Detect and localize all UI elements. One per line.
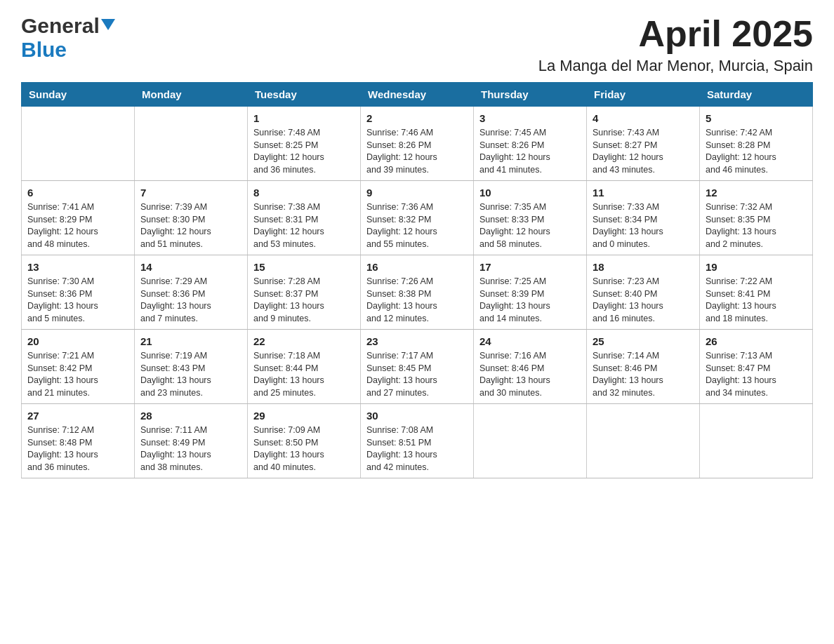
day-number: 28 — [140, 408, 241, 423]
table-row: 11Sunrise: 7:33 AMSunset: 8:34 PMDayligh… — [587, 181, 700, 255]
day-info: Sunrise: 7:22 AMSunset: 8:41 PMDaylight:… — [706, 276, 807, 325]
day-number: 25 — [593, 334, 694, 349]
day-info: Sunrise: 7:23 AMSunset: 8:40 PMDaylight:… — [593, 276, 694, 325]
table-row: 28Sunrise: 7:11 AMSunset: 8:49 PMDayligh… — [135, 404, 248, 478]
table-row: 25Sunrise: 7:14 AMSunset: 8:46 PMDayligh… — [587, 330, 700, 404]
table-row: 15Sunrise: 7:28 AMSunset: 8:37 PMDayligh… — [248, 255, 361, 330]
day-number: 20 — [27, 334, 128, 349]
title-block: April 2025 La Manga del Mar Menor, Murci… — [538, 14, 813, 75]
day-info: Sunrise: 7:29 AMSunset: 8:36 PMDaylight:… — [140, 276, 241, 325]
table-row: 12Sunrise: 7:32 AMSunset: 8:35 PMDayligh… — [700, 181, 813, 255]
day-info: Sunrise: 7:35 AMSunset: 8:33 PMDaylight:… — [479, 201, 581, 250]
calendar-header-row: Sunday Monday Tuesday Wednesday Thursday… — [22, 83, 813, 107]
day-info: Sunrise: 7:41 AMSunset: 8:29 PMDaylight:… — [27, 201, 128, 250]
header-saturday: Saturday — [700, 83, 813, 107]
day-number: 12 — [706, 185, 807, 200]
day-info: Sunrise: 7:46 AMSunset: 8:26 PMDaylight:… — [366, 127, 468, 176]
table-row: 17Sunrise: 7:25 AMSunset: 8:39 PMDayligh… — [474, 255, 587, 330]
table-row: 6Sunrise: 7:41 AMSunset: 8:29 PMDaylight… — [22, 181, 135, 255]
day-number: 10 — [479, 185, 581, 200]
day-info: Sunrise: 7:14 AMSunset: 8:46 PMDaylight:… — [593, 350, 694, 399]
day-number: 21 — [140, 334, 241, 349]
day-number: 1 — [253, 111, 355, 126]
day-info: Sunrise: 7:18 AMSunset: 8:44 PMDaylight:… — [253, 350, 355, 399]
table-row — [700, 404, 813, 478]
day-number: 11 — [593, 185, 694, 200]
day-info: Sunrise: 7:28 AMSunset: 8:37 PMDaylight:… — [253, 276, 355, 325]
day-info: Sunrise: 7:39 AMSunset: 8:30 PMDaylight:… — [140, 201, 241, 250]
table-row: 14Sunrise: 7:29 AMSunset: 8:36 PMDayligh… — [135, 255, 248, 330]
table-row: 26Sunrise: 7:13 AMSunset: 8:47 PMDayligh… — [700, 330, 813, 404]
day-number: 5 — [706, 111, 807, 126]
table-row: 27Sunrise: 7:12 AMSunset: 8:48 PMDayligh… — [22, 404, 135, 478]
day-info: Sunrise: 7:12 AMSunset: 8:48 PMDaylight:… — [27, 424, 128, 474]
page-subtitle: La Manga del Mar Menor, Murcia, Spain — [538, 57, 813, 75]
day-info: Sunrise: 7:13 AMSunset: 8:47 PMDaylight:… — [706, 350, 807, 399]
header-friday: Friday — [587, 83, 700, 107]
table-row: 24Sunrise: 7:16 AMSunset: 8:46 PMDayligh… — [474, 330, 587, 404]
day-number: 19 — [706, 260, 807, 274]
day-info: Sunrise: 7:32 AMSunset: 8:35 PMDaylight:… — [706, 201, 807, 250]
table-row: 21Sunrise: 7:19 AMSunset: 8:43 PMDayligh… — [135, 330, 248, 404]
header-sunday: Sunday — [22, 83, 135, 107]
table-row: 29Sunrise: 7:09 AMSunset: 8:50 PMDayligh… — [248, 404, 361, 478]
svg-marker-0 — [101, 19, 115, 30]
day-number: 17 — [479, 260, 581, 274]
table-row — [474, 404, 587, 478]
table-row: 13Sunrise: 7:30 AMSunset: 8:36 PMDayligh… — [22, 255, 135, 330]
day-number: 22 — [253, 334, 355, 349]
table-row: 9Sunrise: 7:36 AMSunset: 8:32 PMDaylight… — [361, 181, 474, 255]
day-number: 14 — [140, 260, 241, 274]
day-info: Sunrise: 7:43 AMSunset: 8:27 PMDaylight:… — [593, 127, 694, 176]
day-number: 2 — [366, 111, 468, 126]
table-row: 3Sunrise: 7:45 AMSunset: 8:26 PMDaylight… — [474, 107, 587, 181]
table-row: 1Sunrise: 7:48 AMSunset: 8:25 PMDaylight… — [248, 107, 361, 181]
day-number: 15 — [253, 260, 355, 274]
day-info: Sunrise: 7:48 AMSunset: 8:25 PMDaylight:… — [253, 127, 355, 176]
table-row: 10Sunrise: 7:35 AMSunset: 8:33 PMDayligh… — [474, 181, 587, 255]
header-tuesday: Tuesday — [248, 83, 361, 107]
day-number: 29 — [253, 408, 355, 423]
day-info: Sunrise: 7:30 AMSunset: 8:36 PMDaylight:… — [27, 276, 128, 325]
day-info: Sunrise: 7:11 AMSunset: 8:49 PMDaylight:… — [140, 424, 241, 474]
day-info: Sunrise: 7:17 AMSunset: 8:45 PMDaylight:… — [366, 350, 468, 399]
calendar-row: 13Sunrise: 7:30 AMSunset: 8:36 PMDayligh… — [22, 255, 813, 330]
calendar-table: Sunday Monday Tuesday Wednesday Thursday… — [21, 82, 813, 478]
day-number: 9 — [366, 185, 468, 200]
day-info: Sunrise: 7:42 AMSunset: 8:28 PMDaylight:… — [706, 127, 807, 176]
table-row: 2Sunrise: 7:46 AMSunset: 8:26 PMDaylight… — [361, 107, 474, 181]
day-info: Sunrise: 7:38 AMSunset: 8:31 PMDaylight:… — [253, 201, 355, 250]
table-row: 20Sunrise: 7:21 AMSunset: 8:42 PMDayligh… — [22, 330, 135, 404]
table-row: 4Sunrise: 7:43 AMSunset: 8:27 PMDaylight… — [587, 107, 700, 181]
page-title: April 2025 — [538, 14, 813, 54]
table-row: 19Sunrise: 7:22 AMSunset: 8:41 PMDayligh… — [700, 255, 813, 330]
calendar-row: 6Sunrise: 7:41 AMSunset: 8:29 PMDaylight… — [22, 181, 813, 255]
table-row: 16Sunrise: 7:26 AMSunset: 8:38 PMDayligh… — [361, 255, 474, 330]
day-number: 4 — [593, 111, 694, 126]
day-info: Sunrise: 7:09 AMSunset: 8:50 PMDaylight:… — [253, 424, 355, 474]
day-number: 13 — [27, 260, 128, 274]
calendar-row: 20Sunrise: 7:21 AMSunset: 8:42 PMDayligh… — [22, 330, 813, 404]
logo-blue-text: Blue — [21, 38, 67, 61]
day-number: 23 — [366, 334, 468, 349]
header-wednesday: Wednesday — [361, 83, 474, 107]
day-info: Sunrise: 7:19 AMSunset: 8:43 PMDaylight:… — [140, 350, 241, 399]
table-row: 30Sunrise: 7:08 AMSunset: 8:51 PMDayligh… — [361, 404, 474, 478]
day-number: 27 — [27, 408, 128, 423]
day-info: Sunrise: 7:25 AMSunset: 8:39 PMDaylight:… — [479, 276, 581, 325]
table-row — [135, 107, 248, 181]
table-row: 22Sunrise: 7:18 AMSunset: 8:44 PMDayligh… — [248, 330, 361, 404]
day-number: 24 — [479, 334, 581, 349]
table-row: 7Sunrise: 7:39 AMSunset: 8:30 PMDaylight… — [135, 181, 248, 255]
table-row: 23Sunrise: 7:17 AMSunset: 8:45 PMDayligh… — [361, 330, 474, 404]
day-number: 30 — [366, 408, 468, 423]
table-row: 5Sunrise: 7:42 AMSunset: 8:28 PMDaylight… — [700, 107, 813, 181]
logo: General Blue — [21, 14, 115, 62]
day-number: 26 — [706, 334, 807, 349]
day-number: 6 — [27, 185, 128, 200]
header-monday: Monday — [135, 83, 248, 107]
day-info: Sunrise: 7:45 AMSunset: 8:26 PMDaylight:… — [479, 127, 581, 176]
day-info: Sunrise: 7:08 AMSunset: 8:51 PMDaylight:… — [366, 424, 468, 474]
page-header: General Blue April 2025 La Manga del Mar… — [21, 14, 813, 75]
table-row: 18Sunrise: 7:23 AMSunset: 8:40 PMDayligh… — [587, 255, 700, 330]
